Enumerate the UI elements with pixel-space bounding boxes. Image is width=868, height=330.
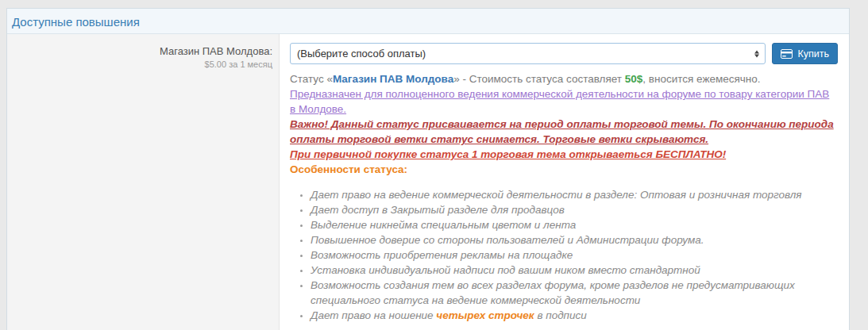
upgrade-name-label: Магазин ПАВ Молдова:: [7, 45, 272, 57]
panel-header: Доступные повышения: [7, 9, 849, 34]
credit-card-icon: [781, 49, 793, 59]
feature-item-signature: Дает право на ношение четырех строчек в …: [311, 308, 838, 323]
payment-method-selected-option: (Выберите способ оплаты): [297, 48, 426, 59]
status-line: Статус «Магазин ПАВ Молдова» - Стоимость…: [290, 71, 838, 86]
purchase-row: (Выберите способ оплаты) Купить: [290, 43, 838, 64]
feature-item: Установка индивидуальной надписи под ваш…: [311, 263, 838, 278]
select-stepper-icon: [754, 50, 759, 57]
status-name: Магазин ПАВ Молдова: [333, 73, 453, 85]
buy-button-label: Купить: [797, 48, 829, 59]
features-list: Дает право на ведение коммерческой деяте…: [290, 187, 838, 323]
payment-method-select[interactable]: (Выберите способ оплаты): [290, 43, 766, 64]
status-price: 50$: [625, 73, 643, 85]
feature-signature-prefix: Дает право на ношение: [311, 309, 436, 321]
feature-item: Выделение никнейма специальным цветом и …: [311, 217, 838, 232]
upgrade-description: Статус «Магазин ПАВ Молдова» - Стоимость…: [290, 71, 838, 177]
feature-item: Дает право на ведение коммерческой деяте…: [311, 187, 838, 202]
feature-item: Дает доступ в Закрытый разделе для прода…: [311, 202, 838, 217]
upgrade-price-label: $5.00 за 1 месяц: [7, 59, 272, 69]
upgrade-label-column: Магазин ПАВ Молдова: $5.00 за 1 месяц: [7, 34, 280, 330]
features-heading: Особенности статуса:: [290, 162, 838, 177]
status-line-middle: » - Стоимость статуса составляет: [453, 73, 625, 85]
feature-signature-highlight: четырех строчек: [436, 309, 534, 321]
feature-item: Возможность приобретения рекламы на площ…: [311, 248, 838, 263]
buy-button[interactable]: Купить: [772, 43, 838, 64]
panel-body: Магазин ПАВ Молдова: $5.00 за 1 месяц (В…: [7, 34, 849, 330]
feature-item: Повышенное доверие со стороны пользовате…: [311, 232, 838, 248]
status-line-suffix: , вносится ежемесячно.: [642, 73, 760, 85]
warning-text: Важно! Данный статус присваивается на пе…: [290, 117, 838, 147]
feature-item: Возможность создания тем во всех раздела…: [311, 278, 838, 308]
panel-title: Доступные повышения: [12, 15, 140, 29]
upgrade-content-column: (Выберите способ оплаты) Купить: [280, 34, 849, 330]
first-purchase-text: При первичной покупке статуса 1 торговая…: [290, 147, 838, 162]
status-line-prefix: Статус «: [290, 73, 333, 85]
available-upgrades-panel: Доступные повышения Магазин ПАВ Молдова:…: [6, 8, 850, 330]
description-link-text: Предназначен для полноценного ведения ко…: [290, 86, 838, 117]
feature-signature-suffix: в подписи: [534, 309, 587, 321]
